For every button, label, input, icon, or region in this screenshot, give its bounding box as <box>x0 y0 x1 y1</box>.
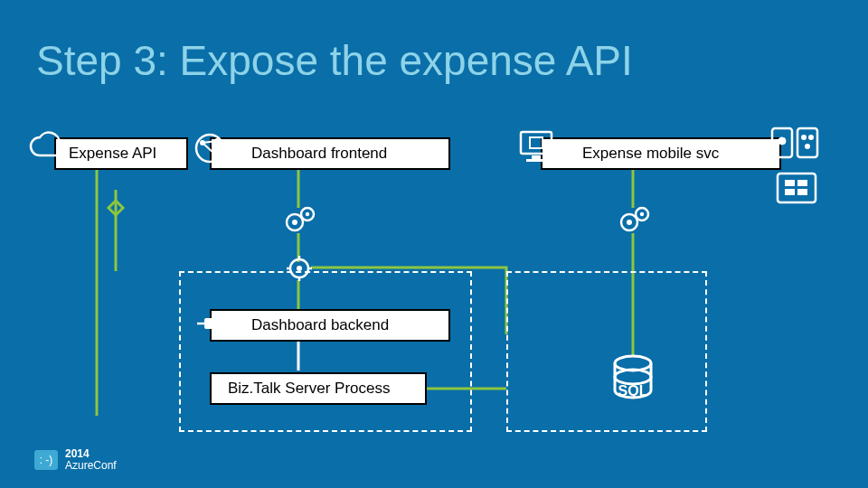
svg-rect-41 <box>204 318 215 329</box>
svg-rect-15 <box>526 159 546 162</box>
gears-icon <box>617 204 653 235</box>
svg-rect-14 <box>532 155 541 159</box>
biztalk-process-label: Biz.Talk Server Process <box>228 380 391 398</box>
globe-network-icon <box>192 130 228 166</box>
dashboard-frontend-box: Dashboard frontend <box>210 137 450 170</box>
cloud-icon <box>27 130 67 163</box>
expense-mobile-svc-label: Expense mobile svc <box>582 145 719 163</box>
svg-rect-24 <box>797 180 807 186</box>
footer-badge: : -) <box>34 450 58 470</box>
onprem-container-right <box>506 271 707 432</box>
svg-rect-25 <box>785 189 795 195</box>
svg-point-34 <box>640 212 644 216</box>
gear-icon <box>286 255 313 282</box>
expense-api-label: Expense API <box>69 145 156 163</box>
svg-rect-23 <box>785 180 795 186</box>
plug-icon <box>195 311 222 336</box>
svg-point-19 <box>801 135 807 140</box>
sql-label: SQL <box>588 383 678 399</box>
dashboard-frontend-label: Dashboard frontend <box>251 145 387 163</box>
onprem-container-left <box>179 271 472 432</box>
phones-icon <box>770 127 821 159</box>
footer: : -) 2014AzureConf <box>34 448 117 472</box>
sql-db-icon: SQL <box>588 354 678 399</box>
svg-point-32 <box>627 220 632 225</box>
biztalk-process-box: Biz.Talk Server Process <box>210 372 427 405</box>
svg-point-28 <box>292 220 297 225</box>
svg-point-21 <box>805 144 810 149</box>
footer-conf: AzureConf <box>65 459 117 472</box>
svg-rect-26 <box>797 189 807 195</box>
expense-api-box: Expense API <box>54 137 188 170</box>
svg-point-30 <box>306 212 309 216</box>
svg-rect-22 <box>778 174 816 202</box>
tablet-icon <box>776 172 817 204</box>
svg-rect-16 <box>530 137 542 148</box>
svg-point-9 <box>196 135 223 162</box>
svg-rect-13 <box>521 132 552 154</box>
expense-mobile-svc-box: Expense mobile svc <box>541 137 781 170</box>
svg-point-36 <box>297 266 302 271</box>
svg-rect-18 <box>797 128 817 157</box>
monitor-icon <box>517 128 555 164</box>
svg-point-20 <box>808 135 814 140</box>
footer-year: 2014 <box>65 447 90 460</box>
dashboard-backend-box: Dashboard backend <box>210 309 450 342</box>
gears-icon <box>282 204 318 235</box>
dashboard-backend-label: Dashboard backend <box>251 316 389 334</box>
